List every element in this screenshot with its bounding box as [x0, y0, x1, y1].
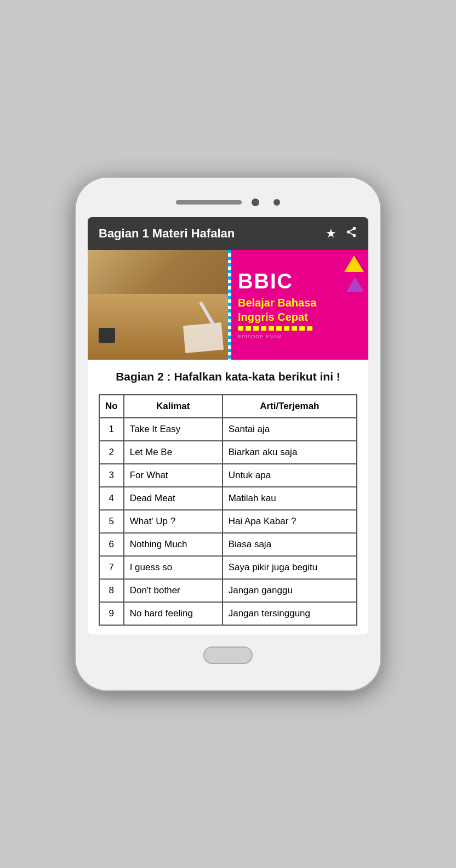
table-row: 9 No hard feeling Jangan tersinggung — [99, 602, 357, 625]
row-arti: Jangan ganggu — [223, 579, 357, 602]
row-no: 5 — [99, 510, 124, 533]
app-title: Bagian 1 Materi Hafalan — [99, 226, 235, 241]
row-kalimat: No hard feeling — [124, 602, 223, 625]
star-icon[interactable]: ★ — [326, 226, 337, 241]
row-kalimat: Let Me Be — [124, 441, 223, 464]
main-content: Bagian 2 : Hafalkan kata-kata berikut in… — [88, 360, 368, 634]
svg-point-1 — [347, 230, 350, 234]
col-header-no: No — [99, 395, 124, 418]
row-kalimat: Nothing Much — [124, 533, 223, 556]
banner: BBIC Belajar Bahasa Inggris Cepat EPISOD… — [88, 250, 368, 360]
wave-underline — [238, 326, 315, 331]
row-no: 8 — [99, 579, 124, 602]
row-arti: Biarkan aku saja — [223, 441, 357, 464]
row-no: 4 — [99, 487, 124, 510]
table-row: 3 For What Untuk apa — [99, 464, 357, 487]
row-kalimat: Dead Meat — [124, 487, 223, 510]
svg-line-3 — [350, 232, 353, 235]
table-row: 2 Let Me Be Biarkan aku saja — [99, 441, 357, 464]
row-kalimat: I guess so — [124, 556, 223, 579]
screen: Bagian 1 Materi Hafalan ★ — [88, 217, 368, 634]
row-no: 3 — [99, 464, 124, 487]
row-kalimat: For What — [124, 464, 223, 487]
phone-top-bar — [88, 198, 368, 206]
row-arti: Matilah kau — [223, 487, 357, 510]
row-arti: Jangan tersinggung — [223, 602, 357, 625]
row-arti: Untuk apa — [223, 464, 357, 487]
svg-point-0 — [353, 227, 356, 230]
table-row: 5 What' Up ? Hai Apa Kabar ? — [99, 510, 357, 533]
app-header: Bagian 1 Materi Hafalan ★ — [88, 217, 368, 250]
row-no: 2 — [99, 441, 124, 464]
section2-title: Bagian 2 : Hafalkan kata-kata berikut in… — [99, 368, 357, 384]
front-camera — [273, 199, 280, 206]
phone-bottom — [88, 646, 368, 664]
col-header-kalimat: Kalimat — [124, 395, 223, 418]
home-button[interactable] — [203, 646, 253, 664]
table-row: 8 Don't bother Jangan ganggu — [99, 579, 357, 602]
phone-frame: Bagian 1 Materi Hafalan ★ — [75, 177, 381, 691]
yellow-triangle — [344, 256, 364, 272]
speaker-bar — [176, 200, 242, 205]
row-kalimat: Don't bother — [124, 579, 223, 602]
row-no: 6 — [99, 533, 124, 556]
row-arti: Saya pikir juga begitu — [223, 556, 357, 579]
row-no: 7 — [99, 556, 124, 579]
table-row: 1 Take It Easy Santai aja — [99, 418, 357, 441]
row-no: 1 — [99, 418, 124, 441]
purple-triangle — [346, 277, 364, 292]
col-header-arti: Arti/Terjemah — [223, 395, 357, 418]
camera-dot — [252, 198, 259, 206]
table-row: 7 I guess so Saya pikir juga begitu — [99, 556, 357, 579]
table-row: 4 Dead Meat Matilah kau — [99, 487, 357, 510]
belajar-bahasa-text: Belajar Bahasa Inggris Cepat — [238, 296, 316, 324]
row-kalimat: Take It Easy — [124, 418, 223, 441]
row-arti: Biasa saja — [223, 533, 357, 556]
row-kalimat: What' Up ? — [124, 510, 223, 533]
banner-right: BBIC Belajar Bahasa Inggris Cepat EPISOD… — [231, 250, 368, 360]
bbic-logo-text: BBIC — [238, 270, 293, 293]
svg-line-4 — [350, 229, 353, 231]
share-icon[interactable] — [345, 226, 357, 241]
banner-photo — [88, 250, 228, 360]
vocab-table: No Kalimat Arti/Terjemah 1 Take It Easy … — [99, 394, 357, 626]
row-no: 9 — [99, 602, 124, 625]
row-arti: Hai Apa Kabar ? — [223, 510, 357, 533]
triangle-decorations — [344, 256, 364, 292]
svg-point-2 — [353, 234, 356, 237]
row-arti: Santai aja — [223, 418, 357, 441]
channel-label: EPISODE ENAM — [238, 334, 282, 339]
header-icons: ★ — [326, 226, 357, 241]
table-row: 6 Nothing Much Biasa saja — [99, 533, 357, 556]
